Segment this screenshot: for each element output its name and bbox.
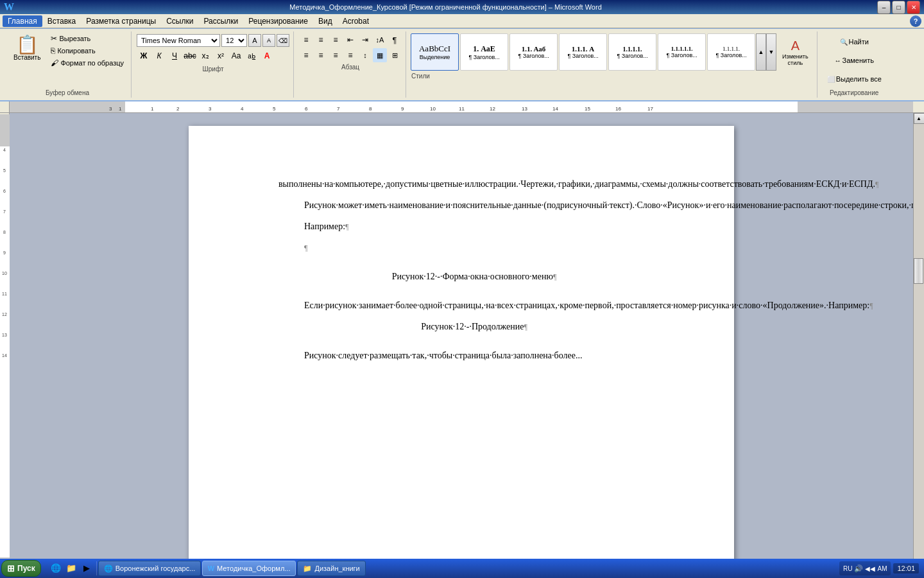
scroll-thumb[interactable]: [914, 258, 923, 284]
minimize-button[interactable]: –: [877, 1, 891, 14]
font-size-decrease-button[interactable]: A: [262, 34, 275, 47]
ruler-body[interactable]: 3 1 1 2 3 4 5 6 7 8 9 10 11 12 13 14 15 …: [10, 101, 913, 112]
styles-scroll-up[interactable]: ▲: [756, 33, 766, 71]
align-right-button[interactable]: ≡: [329, 48, 343, 62]
format-painter-button[interactable]: 🖌 Формат по образцу: [47, 57, 127, 69]
increase-indent-button[interactable]: ⇥: [358, 33, 372, 47]
show-marks-button[interactable]: ¶: [388, 33, 402, 47]
style-normal[interactable]: AaBbCcI Выделение: [411, 33, 459, 71]
find-button[interactable]: 🔍 Найти: [823, 33, 886, 51]
quick-folder-button[interactable]: 📁: [64, 561, 78, 575]
style-h5-label: ¶ Заголов...: [666, 52, 697, 58]
numbered-list-button[interactable]: ≡: [314, 33, 328, 47]
menu-item-review[interactable]: Рецензирование: [243, 15, 313, 27]
paragraph-group-label: Абзац: [299, 64, 402, 71]
align-center-button[interactable]: ≡: [314, 48, 328, 62]
line-spacing-button[interactable]: ↕: [358, 48, 372, 62]
ruler-mark-15: 15: [585, 106, 590, 112]
font-size-select[interactable]: 12: [221, 34, 247, 47]
select-all-button[interactable]: ⬜ Выделить все: [823, 70, 886, 88]
style-heading3[interactable]: 1.1.1. А ¶ Заголов...: [559, 33, 607, 71]
v-ruler-9: 9: [3, 250, 6, 255]
clipboard-group-label: Буфер обмена: [8, 89, 127, 96]
copy-icon: ⎘: [51, 46, 55, 55]
start-label: Пуск: [17, 564, 35, 573]
borders-button[interactable]: ⊞: [388, 48, 402, 62]
title-bar-controls[interactable]: – □ ✕: [877, 1, 920, 14]
font-size-increase-button[interactable]: A: [248, 34, 261, 47]
menu-item-insert[interactable]: Вставка: [42, 15, 81, 27]
para-figure-caption-2: Рисунок·12·-·Продолжение¶: [278, 320, 670, 333]
font-color-button[interactable]: A: [260, 49, 274, 63]
taskbar-item-browser[interactable]: 🌐 Воронежский государс...: [98, 561, 201, 576]
replace-button[interactable]: ↔ Заменить: [823, 51, 886, 69]
style-heading1[interactable]: 1. АаЕ ¶ Заголов...: [460, 33, 508, 71]
bold-button[interactable]: Ж: [137, 49, 151, 63]
menu-item-acrobat[interactable]: Acrobat: [338, 15, 374, 27]
font-name-select[interactable]: Times New Roman: [137, 34, 220, 47]
close-button[interactable]: ✕: [907, 1, 920, 14]
style-h4-preview: 1.1.1.1.: [623, 46, 642, 53]
ribbon-group-paragraph: ≡ ≡ ≡ ⇤ ⇥ ↕A ¶ ≡ ≡ ≡ ≡ ↕ ▦ ⊞ А: [295, 31, 406, 98]
align-left-button[interactable]: ≡: [299, 48, 313, 62]
taskbar-item-word[interactable]: W Методичка_Оформл...: [202, 561, 296, 576]
superscript-button[interactable]: x²: [214, 49, 228, 63]
help-button[interactable]: ?: [910, 15, 921, 27]
cut-button[interactable]: ✂ Вырезать: [47, 33, 127, 44]
styles-container: AaBbCcI Выделение 1. АаЕ ¶ Заголов... 1.…: [410, 33, 814, 80]
quick-ie-button[interactable]: 🌐: [49, 561, 63, 575]
v-ruler-6: 6: [3, 189, 6, 193]
underline-button[interactable]: Ч: [167, 49, 182, 63]
text-highlight-button[interactable]: ab̲: [244, 49, 259, 63]
paste-button[interactable]: 📋 Вставить: [8, 33, 46, 64]
taskbar: ⊞ Пуск 🌐 📁 ▶ 🌐 Воронежский государс... W…: [0, 559, 924, 578]
style-heading2[interactable]: 1.1. Aaб ¶ Заголов...: [509, 33, 558, 71]
style-heading5[interactable]: 1.1.1.1.1. ¶ Заголов...: [658, 33, 706, 71]
start-button[interactable]: ⊞ Пуск: [1, 560, 41, 577]
ruler-mark-11: 11: [459, 106, 465, 112]
multilevel-list-button[interactable]: ≡: [329, 33, 343, 47]
menu-item-refs[interactable]: Ссылки: [161, 15, 198, 27]
style-h2-label: ¶ Заголов...: [518, 53, 549, 59]
menu-item-home[interactable]: Главная: [3, 15, 42, 27]
decrease-indent-button[interactable]: ⇤: [343, 33, 357, 47]
clear-formatting-button[interactable]: ⌫: [277, 34, 289, 47]
menu-item-view[interactable]: Вид: [313, 15, 338, 27]
shading-button[interactable]: ▦: [373, 48, 387, 62]
v-ruler-10: 10: [2, 271, 7, 276]
bullet-list-button[interactable]: ≡: [299, 33, 313, 47]
subscript-button[interactable]: x₂: [198, 49, 212, 63]
copy-button[interactable]: ⎘ Копировать: [47, 45, 127, 57]
taskbar-word-label: Методичка_Оформл...: [217, 565, 290, 572]
ruler-mark-neg1: 1: [119, 106, 121, 112]
change-styles-button[interactable]: A Изменитьстиль: [776, 33, 814, 71]
taskbar-browser-icon: 🌐: [104, 565, 113, 573]
style-heading4[interactable]: 1.1.1.1. ¶ Заголов...: [608, 33, 656, 71]
sort-button[interactable]: ↕A: [373, 33, 387, 47]
italic-button[interactable]: К: [152, 49, 166, 63]
document-page[interactable]: выполнены·на·компьютере,·допустимы·цветн…: [189, 126, 734, 578]
document-text[interactable]: выполнены·на·компьютере,·допустимы·цветн…: [278, 177, 670, 362]
strikethrough-button[interactable]: аbc: [183, 49, 197, 63]
style-heading6[interactable]: 1.1.1.1. ¶ Заголов...: [707, 33, 755, 71]
styles-scroll-down[interactable]: ▼: [766, 33, 776, 71]
taskbar-word-icon: W: [208, 565, 214, 572]
antivirus-tray-icon: ◀◀: [865, 565, 875, 572]
find-label: Найти: [849, 38, 869, 46]
quick-media-button[interactable]: ▶: [80, 561, 94, 575]
style-h6-preview: 1.1.1.1.: [723, 46, 740, 52]
vertical-scrollbar[interactable]: ▲ ▼: [913, 113, 924, 578]
taskbar-item-folder[interactable]: 📁 Дизайн_книги: [297, 561, 365, 576]
justify-button[interactable]: ≡: [343, 48, 357, 62]
scroll-up-button[interactable]: ▲: [914, 113, 925, 124]
title-bar-text: Методичка_Оформление_Курсовой [Режим огр…: [14, 3, 877, 11]
ruler-left-margin: [0, 101, 10, 112]
clock-time: 12:01: [897, 565, 915, 572]
text-case-button[interactable]: Aa: [229, 49, 243, 63]
page-wrapper[interactable]: выполнены·на·компьютере,·допустимы·цветн…: [10, 113, 913, 578]
menu-item-layout[interactable]: Разметка страницы: [81, 15, 161, 27]
scroll-track[interactable]: [914, 124, 925, 572]
menu-item-mail[interactable]: Рассылки: [198, 15, 243, 27]
v-ruler-8: 8: [3, 230, 6, 234]
maximize-button[interactable]: □: [892, 1, 905, 14]
